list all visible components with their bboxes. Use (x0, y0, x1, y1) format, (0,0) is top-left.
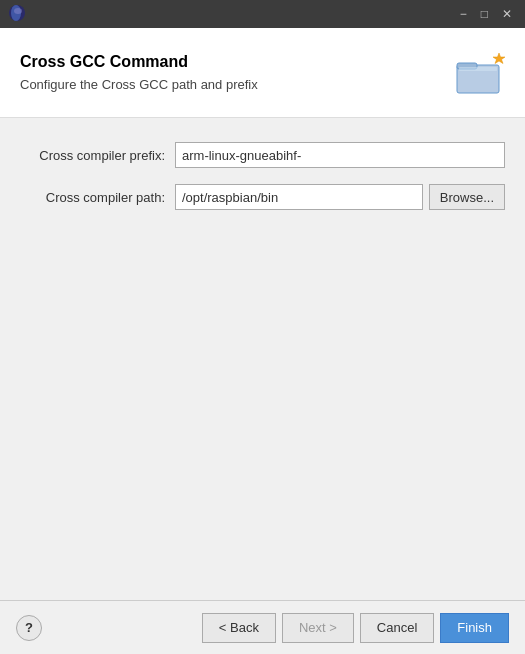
dialog: Cross GCC Command Configure the Cross GC… (0, 28, 525, 654)
prefix-row: Cross compiler prefix: (20, 142, 505, 168)
title-bar: − □ ✕ (0, 0, 525, 28)
dialog-footer: ? < Back Next > Cancel Finish (0, 600, 525, 654)
cancel-button[interactable]: Cancel (360, 613, 434, 643)
finish-button[interactable]: Finish (440, 613, 509, 643)
dialog-title: Cross GCC Command (20, 53, 453, 71)
minimize-button[interactable]: − (455, 6, 472, 22)
help-button[interactable]: ? (16, 615, 42, 641)
prefix-label: Cross compiler prefix: (20, 148, 175, 163)
dialog-content: Cross compiler prefix: Cross compiler pa… (0, 118, 525, 600)
browse-button[interactable]: Browse... (429, 184, 505, 210)
dialog-header-text: Cross GCC Command Configure the Cross GC… (20, 53, 453, 92)
footer-left: ? (16, 615, 42, 641)
folder-icon (453, 47, 505, 99)
dialog-header: Cross GCC Command Configure the Cross GC… (0, 28, 525, 118)
close-button[interactable]: ✕ (497, 6, 517, 22)
title-bar-controls: − □ ✕ (455, 6, 517, 22)
svg-rect-5 (459, 67, 497, 71)
maximize-button[interactable]: □ (476, 6, 493, 22)
next-button[interactable]: Next > (282, 613, 354, 643)
prefix-input[interactable] (175, 142, 505, 168)
dialog-header-icon (453, 47, 505, 99)
path-row: Cross compiler path: Browse... (20, 184, 505, 210)
svg-marker-6 (493, 53, 505, 64)
path-input[interactable] (175, 184, 423, 210)
path-label: Cross compiler path: (20, 190, 175, 205)
svg-point-2 (14, 8, 22, 14)
dialog-subtitle: Configure the Cross GCC path and prefix (20, 77, 453, 92)
footer-right: < Back Next > Cancel Finish (202, 613, 509, 643)
back-button[interactable]: < Back (202, 613, 276, 643)
title-bar-icon (8, 4, 26, 25)
